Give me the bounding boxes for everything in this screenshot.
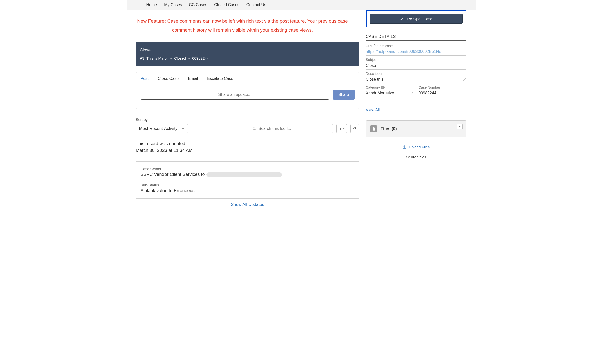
view-all-link[interactable]: View All [366,108,380,112]
sort-select[interactable]: Most Recent Activity [136,124,188,133]
tab-close-case[interactable]: Close Case [153,72,184,85]
drop-files-text: Or drop files [372,155,460,159]
files-title: Files (0) [381,126,397,131]
reopen-highlight: Re-Open Case [366,10,466,27]
update-line-1: This record was updated. [136,140,359,147]
separator-dot: • [170,56,172,60]
chevron-down-icon [458,126,461,127]
tab-post[interactable]: Post [136,72,153,85]
show-all-updates-link[interactable]: Show All Updates [136,198,359,211]
case-number-value: 00982244 [419,91,466,95]
description-value: Close this [366,77,466,82]
filter-button[interactable] [336,124,347,133]
sort-by-label: Sort by: [136,117,359,122]
separator-dot: • [188,56,190,60]
update-line-2: March 30, 2023 at 11:34 AM [136,147,359,154]
svg-point-0 [253,127,255,129]
search-feed-input[interactable] [250,124,333,133]
refresh-button[interactable] [350,124,359,133]
upload-label: Upload Files [409,145,430,149]
nav-contact-us[interactable]: Contact Us [246,3,266,7]
upload-files-button[interactable]: Upload Files [398,143,434,151]
case-header: Close P3: This is Minor • Closed • 00982… [136,42,359,66]
sort-value: Most Recent Activity [139,126,178,131]
category-value: Xandr Monetize [366,91,414,95]
files-dropzone[interactable]: Upload Files Or drop files [366,137,466,165]
update-card: Case Owner SSVC Vendor Client Services t… [136,161,359,211]
nav-cc-cases[interactable]: CC Cases [189,3,207,7]
upload-icon [402,145,406,149]
refresh-icon [353,127,357,131]
feature-banner: New Feature: Case comments can now be le… [136,10,359,42]
sub-status-value: A blank value to Erroneous [141,188,355,193]
case-details-heading: CASE DETAILS [366,34,466,41]
chevron-down-icon [182,128,185,130]
files-card: Files (0) Upload Files Or drop files [366,120,466,165]
chevron-down-icon [343,128,345,129]
redacted-block [206,172,282,177]
filter-icon [339,127,342,130]
case-number-label: Case Number [419,85,466,89]
search-icon [252,127,256,131]
tab-escalate-case[interactable]: Escalate Case [203,72,238,85]
url-value[interactable]: https://help.xandr.com/5006S00002Bb1Ns [366,49,466,54]
case-title: Close [140,48,355,53]
edit-icon[interactable] [410,92,414,95]
description-label: Description [366,72,466,76]
sub-status-label: Sub-Status [141,183,355,187]
category-label: Category i [366,85,414,89]
action-card: Post Close Case Email Escalate Case Shar… [136,72,359,109]
subject-value: Close [366,63,466,68]
case-status: Closed [174,56,186,60]
tab-bar: Post Close Case Email Escalate Case [136,72,359,85]
case-priority: P3: This is Minor [140,56,168,60]
nav-home[interactable]: Home [146,3,157,7]
check-icon [400,17,404,21]
reopen-case-button[interactable]: Re-Open Case [370,14,463,24]
files-icon [370,125,377,132]
url-label: URL for this case [366,44,466,48]
subject-label: Subject [366,58,466,62]
files-menu-button[interactable] [457,124,463,129]
top-nav: Home My Cases CC Cases Closed Cases Cont… [127,0,476,10]
case-owner-value: SSVC Vendor Client Services to [141,172,205,177]
tab-email[interactable]: Email [183,72,203,85]
feed-update-text: This record was updated. March 30, 2023 … [136,140,359,154]
reopen-label: Re-Open Case [407,17,432,21]
edit-icon[interactable] [463,78,466,81]
case-owner-label: Case Owner [141,167,355,171]
case-number: 00982244 [192,56,209,60]
nav-closed-cases[interactable]: Closed Cases [214,3,239,7]
nav-my-cases[interactable]: My Cases [164,3,182,7]
share-button[interactable]: Share [333,90,355,100]
info-icon[interactable]: i [381,86,385,89]
share-update-input[interactable] [141,90,329,100]
svg-line-1 [255,129,256,130]
